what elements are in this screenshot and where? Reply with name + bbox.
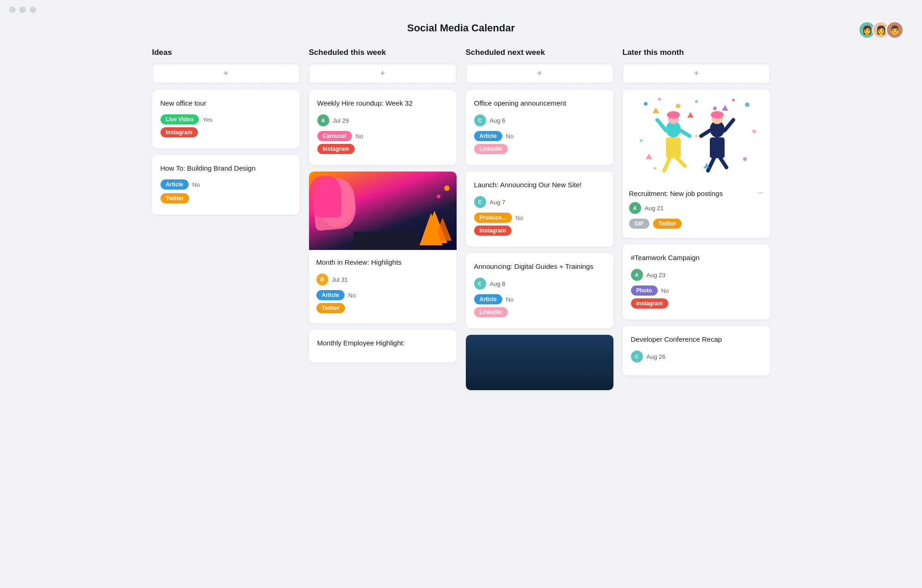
tags-row: Carousel No	[317, 131, 448, 141]
svg-line-23	[725, 120, 733, 131]
column-scheduled-this-week: Scheduled this week + Weekly Hire roundu…	[309, 48, 457, 397]
svg-point-27	[752, 130, 756, 133]
svg-point-20	[711, 111, 724, 119]
card-dev-conference: Developer Conference Recap C Aug 26	[623, 326, 770, 375]
card-monthly-highlight: Monthly Employee Highlight:	[309, 330, 457, 362]
avatar-3: 👨	[886, 21, 904, 39]
card-brand-design: How To: Building Brand Design Article No…	[152, 155, 300, 214]
status-label: No	[506, 133, 514, 140]
svg-line-25	[720, 158, 726, 167]
card-partial-dark	[466, 335, 613, 390]
tag-gif: GIF	[629, 219, 649, 229]
tag-twitter: Twitter	[161, 193, 189, 203]
card-meta: C Aug 7	[474, 196, 605, 208]
user-avatar: A	[629, 202, 641, 214]
user-avatar: C	[631, 350, 643, 362]
svg-rect-21	[710, 137, 725, 158]
card-title: #Teamwork Campaign	[631, 253, 762, 262]
card-recruitment: Recruitment: New job postings ··· A Aug …	[623, 90, 770, 238]
tag-article: Article	[474, 294, 502, 304]
svg-line-24	[708, 158, 714, 171]
status-label: No	[516, 214, 523, 221]
tag-produce: Produce...	[474, 213, 512, 223]
page-title: Social Media Calendar	[0, 22, 922, 34]
card-meta: A Aug 23	[631, 269, 762, 281]
tags-row: Produce... No	[474, 213, 605, 223]
traffic-light-close[interactable]	[9, 6, 16, 13]
card-teamwork: #Teamwork Campaign A Aug 23 Photo No Ins…	[623, 244, 770, 320]
user-avatar: A	[631, 269, 643, 281]
svg-point-2	[676, 104, 680, 108]
card-title: Developer Conference Recap	[631, 334, 762, 344]
add-button-later[interactable]: +	[623, 64, 770, 83]
date: Aug 26	[647, 353, 666, 360]
add-button-next-week[interactable]: +	[466, 64, 613, 83]
tag-linkedin: LinkedIn	[474, 144, 508, 154]
card-digital-guides: Announcing: Digital Guides + Trainings C…	[466, 253, 613, 328]
dots-menu[interactable]: ···	[757, 189, 763, 197]
card-title: Announcing: Digital Guides + Trainings	[474, 261, 605, 271]
svg-point-12	[667, 111, 680, 119]
header: Social Media Calendar 👩 👩 👨	[0, 13, 922, 48]
svg-marker-7	[653, 107, 659, 113]
svg-point-31	[743, 157, 747, 161]
title-bar	[0, 0, 922, 13]
date: Aug 7	[490, 199, 506, 206]
tag-article: Article	[474, 131, 502, 141]
column-scheduled-next-week: Scheduled next week + Office opening ann…	[466, 48, 613, 397]
svg-line-22	[701, 131, 710, 136]
status-label: No	[192, 181, 200, 188]
tag-article: Article	[161, 179, 189, 190]
date: Jul 29	[333, 117, 349, 124]
card-meta: B Jul 31	[316, 273, 449, 285]
tags-row-2: Instagram	[317, 144, 448, 154]
status-label: Yes	[202, 116, 212, 123]
add-button-ideas[interactable]: +	[152, 64, 300, 83]
tags-row-2: Instagram	[474, 226, 605, 236]
svg-marker-30	[646, 154, 652, 159]
svg-line-16	[664, 158, 670, 171]
status-label: No	[506, 296, 514, 303]
column-cards-ideas: New office tour Live Video Yes Instagram…	[152, 90, 300, 214]
svg-point-6	[745, 102, 749, 107]
svg-point-4	[713, 107, 717, 110]
traffic-lights	[0, 0, 922, 13]
add-button-this-week[interactable]: +	[309, 64, 457, 83]
svg-point-0	[644, 102, 648, 106]
user-avatar: A	[317, 114, 329, 126]
column-header-later: Later this month	[623, 48, 770, 57]
card-title: Office opening announcement	[474, 98, 605, 108]
tag-instagram: Instagram	[474, 226, 512, 236]
tag-twitter: Twitter	[316, 303, 345, 313]
card-title: How To: Building Brand Design	[161, 163, 291, 173]
svg-point-5	[732, 99, 735, 101]
traffic-light-minimize[interactable]	[19, 6, 26, 13]
date: Aug 8	[490, 280, 506, 287]
tags-row-2: Twitter	[161, 193, 291, 203]
tag-instagram: Instagram	[631, 298, 668, 309]
tags-row-2: Twitter	[316, 303, 449, 313]
board: Ideas + New office tour Live Video Yes I…	[138, 48, 784, 415]
tag-linkedin: LinkedIn	[474, 307, 508, 317]
column-cards-this-week: Weekly Hire roundup: Week 32 A Jul 29 Ca…	[309, 90, 457, 362]
tags-row: Article No	[474, 131, 605, 141]
header-avatars: 👩 👩 👨	[862, 21, 904, 39]
traffic-light-maximize[interactable]	[30, 6, 36, 13]
svg-marker-8	[722, 105, 728, 111]
svg-point-26	[640, 139, 642, 142]
column-cards-later: Recruitment: New job postings ··· A Aug …	[623, 90, 770, 375]
tag-article: Article	[316, 290, 345, 300]
svg-rect-13	[666, 137, 681, 158]
column-ideas: Ideas + New office tour Live Video Yes I…	[152, 48, 300, 397]
column-header-this-week: Scheduled this week	[309, 48, 457, 57]
card-office-opening: Office opening announcement C Aug 6 Arti…	[466, 90, 613, 165]
card-title: Monthly Employee Highlight:	[317, 338, 448, 348]
card-meta: C Aug 8	[474, 278, 605, 290]
tag-twitter: Twitter	[653, 219, 682, 229]
user-avatar: C	[474, 196, 486, 208]
card-title: Launch: Announcing Our New Site!	[474, 180, 605, 190]
date: Aug 6	[490, 117, 506, 124]
user-avatar: B	[316, 273, 328, 285]
tags-row-2: LinkedIn	[474, 144, 605, 154]
card-meta: A Jul 29	[317, 114, 448, 126]
